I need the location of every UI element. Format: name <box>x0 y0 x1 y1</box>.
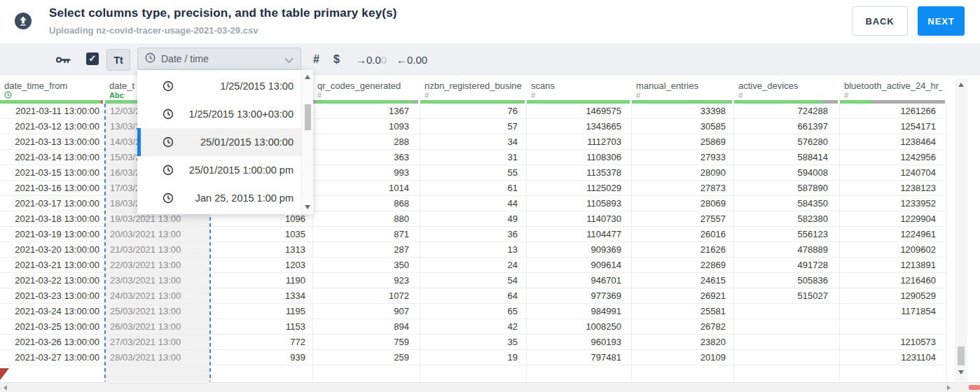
table-cell[interactable]: 28090 <box>632 165 733 181</box>
table-cell[interactable]: 1216460 <box>840 273 946 288</box>
horizontal-scrollbar[interactable] <box>0 382 980 392</box>
table-cell[interactable]: 588414 <box>734 150 839 165</box>
column-header[interactable]: qr_codes_generated# <box>313 76 420 100</box>
table-cell[interactable]: 2021-03-13 13:00:00 <box>0 134 104 150</box>
table-cell[interactable]: 505836 <box>734 273 839 288</box>
table-cell[interactable]: 27933 <box>632 150 733 165</box>
table-cell[interactable]: 1190 <box>210 273 312 288</box>
table-cell[interactable]: 288 <box>313 134 420 150</box>
table-cell[interactable]: 1209602 <box>840 242 946 258</box>
table-cell[interactable]: 76 <box>420 104 526 119</box>
table-cell[interactable]: 1290529 <box>840 288 946 304</box>
table-cell[interactable]: 2021-03-19 13:00:00 <box>0 227 104 242</box>
column-header[interactable]: manual_entries# <box>632 76 734 100</box>
datetime-format-select[interactable]: Date / time <box>137 48 301 70</box>
table-cell[interactable]: 1105893 <box>527 196 631 211</box>
table-cell[interactable] <box>734 335 839 350</box>
table-cell[interactable]: 871 <box>313 227 420 242</box>
scroll-left-icon[interactable] <box>4 385 7 391</box>
table-cell[interactable]: 23/03/2021 13:00 <box>105 273 209 288</box>
scroll-down-icon[interactable] <box>958 370 964 374</box>
table-cell[interactable]: 923 <box>313 273 420 288</box>
table-cell[interactable]: 1210573 <box>840 335 946 350</box>
table-cell[interactable]: 1240704 <box>840 165 946 181</box>
table-cell[interactable]: 2021-03-20 13:00:00 <box>0 242 104 258</box>
datetime-format-option[interactable]: 25/01/2015 13:00:00 <box>137 128 301 156</box>
increase-decimal-button[interactable]: →0.00 <box>356 43 387 76</box>
table-cell[interactable]: 582380 <box>734 211 839 227</box>
vertical-scrollbar-thumb[interactable] <box>958 346 965 365</box>
table-cell[interactable]: 939 <box>210 350 312 365</box>
table-cell[interactable]: 350 <box>313 258 420 273</box>
table-cell[interactable]: 984991 <box>527 304 631 319</box>
table-cell[interactable]: 2021-03-14 13:00:00 <box>0 150 104 165</box>
boolean-type-checkbox[interactable]: ✓ <box>86 52 99 65</box>
column-header[interactable]: bluetooth_active_24_hr_# <box>840 76 947 100</box>
table-cell[interactable]: 977369 <box>527 288 631 304</box>
table-cell[interactable]: 772 <box>210 335 312 350</box>
dropdown-scrollbar[interactable] <box>301 70 313 214</box>
decrease-decimal-button[interactable]: ←0.00 <box>396 43 427 76</box>
table-cell[interactable]: 2021-03-16 13:00:00 <box>0 181 104 196</box>
table-cell[interactable]: 1035 <box>210 227 312 242</box>
table-cell[interactable]: 1231104 <box>840 350 946 365</box>
table-cell[interactable]: 587890 <box>734 181 839 196</box>
table-cell[interactable]: 946701 <box>527 273 631 288</box>
column-header[interactable]: nzbn_registered_busine# <box>420 76 527 100</box>
table-cell[interactable]: 287 <box>313 242 420 258</box>
table-cell[interactable]: 1367 <box>313 104 420 119</box>
table-cell[interactable]: 26921 <box>632 288 733 304</box>
table-cell[interactable]: 21626 <box>632 242 733 258</box>
table-cell[interactable]: 2021-03-23 13:00:00 <box>0 288 104 304</box>
table-cell[interactable]: 2021-03-27 13:00:00 <box>0 350 104 365</box>
table-cell[interactable]: 30585 <box>632 119 733 134</box>
table-cell[interactable]: 661397 <box>734 119 839 134</box>
table-cell[interactable]: 42 <box>420 319 526 335</box>
table-cell[interactable]: 1213891 <box>840 258 946 273</box>
table-cell[interactable]: 1108306 <box>527 150 631 165</box>
table-cell[interactable]: 1254171 <box>840 119 946 134</box>
dropdown-scrollbar-thumb[interactable] <box>305 104 311 130</box>
table-cell[interactable]: 20/03/2021 13:00 <box>105 227 209 242</box>
table-cell[interactable]: 909614 <box>527 258 631 273</box>
table-cell[interactable]: 25581 <box>632 304 733 319</box>
table-cell[interactable]: 1014 <box>313 181 420 196</box>
scroll-right-icon[interactable] <box>947 385 951 391</box>
table-cell[interactable]: 36 <box>420 227 526 242</box>
table-cell[interactable]: 1104477 <box>527 227 631 242</box>
table-cell[interactable]: 1238464 <box>840 134 946 150</box>
table-cell[interactable]: 31 <box>420 150 526 165</box>
table-cell[interactable]: 13 <box>420 242 526 258</box>
table-cell[interactable]: 35 <box>420 335 526 350</box>
currency-type-button[interactable]: $ <box>333 43 340 76</box>
table-cell[interactable]: 26782 <box>632 319 733 335</box>
table-cell[interactable] <box>840 319 946 335</box>
table-cell[interactable]: 24 <box>420 258 526 273</box>
scroll-up-icon[interactable] <box>958 83 964 87</box>
table-cell[interactable]: 19 <box>420 350 526 365</box>
table-cell[interactable]: 55 <box>420 165 526 181</box>
table-cell[interactable]: 1112703 <box>527 134 631 150</box>
table-cell[interactable]: 880 <box>313 211 420 227</box>
table-cell[interactable]: 24615 <box>632 273 733 288</box>
number-type-button[interactable]: # <box>313 43 319 76</box>
datetime-format-option[interactable]: 1/25/2015 13:00 <box>137 72 301 100</box>
table-cell[interactable]: 1072 <box>313 288 420 304</box>
table-cell[interactable]: 2021-03-26 13:00:00 <box>0 335 104 350</box>
table-cell[interactable]: 24/03/2021 13:00 <box>105 288 209 304</box>
table-cell[interactable] <box>734 350 839 365</box>
table-cell[interactable]: 594008 <box>734 165 839 181</box>
table-cell[interactable]: 20109 <box>632 350 733 365</box>
table-cell[interactable]: 1125029 <box>527 181 631 196</box>
table-cell[interactable]: 515027 <box>734 288 839 304</box>
table-cell[interactable]: 1313 <box>210 242 312 258</box>
table-cell[interactable]: 2021-03-17 13:00:00 <box>0 196 104 211</box>
table-cell[interactable]: 1229904 <box>840 211 946 227</box>
table-cell[interactable]: 868 <box>313 196 420 211</box>
table-cell[interactable]: 909369 <box>527 242 631 258</box>
table-cell[interactable]: 1242956 <box>840 150 946 165</box>
table-cell[interactable]: 1008250 <box>527 319 631 335</box>
table-cell[interactable]: 2021-03-11 13:00:00 <box>0 104 104 119</box>
table-cell[interactable]: 65 <box>420 304 526 319</box>
vertical-scrollbar[interactable] <box>955 78 967 382</box>
